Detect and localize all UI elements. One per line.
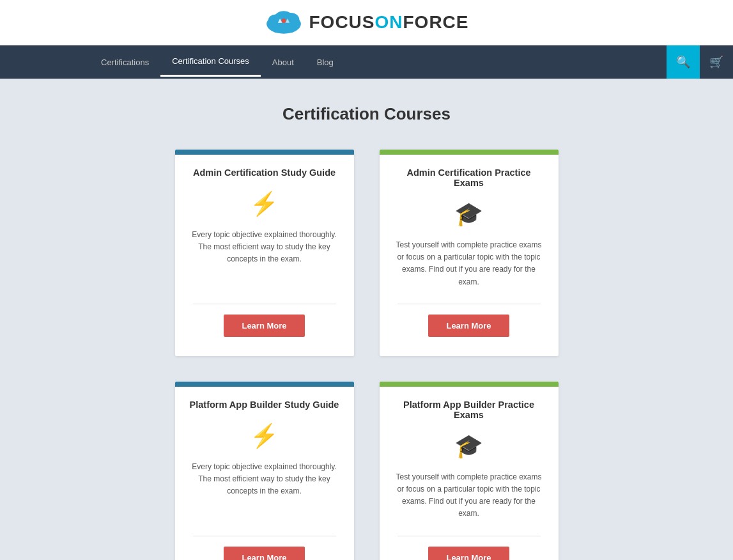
card-desc-platform-practice: Test yourself with complete practice exa…	[380, 466, 559, 525]
nav-links: Certifications Certification Courses Abo…	[0, 47, 667, 77]
learn-more-admin-study[interactable]: Learn More	[224, 315, 304, 337]
header: FOCUSONFORCE	[0, 0, 733, 45]
nav-right: 🔍 🛒	[667, 45, 733, 79]
cards-row-2: Platform App Builder Study Guide ⚡ Every…	[105, 382, 629, 560]
logo-icon	[265, 9, 303, 36]
card-desc-admin-practice: Test yourself with complete practice exa…	[380, 234, 559, 293]
logo: FOCUSONFORCE	[265, 9, 469, 36]
search-icon: 🔍	[676, 55, 690, 69]
card-admin-study: Admin Certification Study Guide ⚡ Every …	[175, 150, 354, 356]
main-nav: Certifications Certification Courses Abo…	[0, 45, 733, 79]
card-title-admin-study: Admin Certification Study Guide	[180, 155, 348, 184]
svg-point-4	[281, 19, 286, 23]
card-top-bar-blue-1	[175, 150, 354, 155]
cart-button[interactable]: 🛒	[700, 45, 733, 79]
bolt-icon-1: ⚡	[250, 191, 279, 217]
card-admin-practice: Admin Certification Practice Exams 🎓 Tes…	[380, 150, 559, 356]
grad-icon-1: 🎓	[454, 201, 483, 228]
cart-icon: 🛒	[709, 55, 723, 69]
learn-more-platform-practice[interactable]: Learn More	[428, 547, 509, 561]
logo-text: FOCUSONFORCE	[309, 12, 469, 33]
card-desc-platform-study: Every topic objective explained thorough…	[175, 456, 354, 525]
nav-certifications[interactable]: Certifications	[89, 49, 160, 76]
bolt-icon-2: ⚡	[250, 423, 279, 449]
card-title-platform-study: Platform App Builder Study Guide	[177, 387, 352, 416]
card-divider-2	[397, 304, 541, 304]
card-desc-admin-study: Every topic objective explained thorough…	[175, 224, 354, 293]
nav-about[interactable]: About	[261, 49, 305, 76]
card-platform-study: Platform App Builder Study Guide ⚡ Every…	[175, 382, 354, 560]
card-top-bar-green-1	[380, 150, 559, 155]
search-button[interactable]: 🔍	[667, 45, 700, 79]
nav-certification-courses[interactable]: Certification Courses	[160, 47, 261, 77]
learn-more-admin-practice[interactable]: Learn More	[428, 315, 509, 337]
card-top-bar-blue-2	[175, 382, 354, 387]
card-title-platform-practice: Platform App Builder Practice Exams	[380, 387, 559, 426]
card-title-admin-practice: Admin Certification Practice Exams	[380, 155, 559, 194]
svg-point-3	[274, 11, 293, 26]
card-divider-1	[193, 304, 336, 304]
card-divider-3	[193, 536, 336, 536]
card-divider-4	[397, 536, 541, 536]
main-content: Certification Courses Admin Certificatio…	[0, 79, 733, 560]
card-platform-practice: Platform App Builder Practice Exams 🎓 Te…	[380, 382, 559, 560]
grad-icon-2: 🎓	[454, 433, 483, 460]
nav-blog[interactable]: Blog	[305, 49, 345, 76]
page-title: Certification Courses	[13, 104, 720, 124]
learn-more-platform-study[interactable]: Learn More	[224, 547, 304, 561]
card-top-bar-green-2	[380, 382, 559, 387]
cards-row-1: Admin Certification Study Guide ⚡ Every …	[105, 150, 629, 356]
